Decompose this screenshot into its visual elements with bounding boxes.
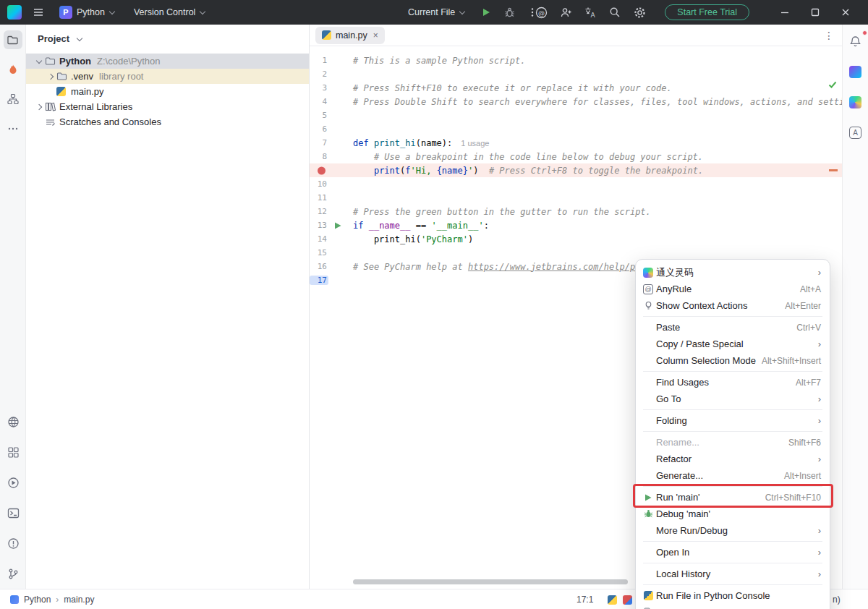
tab-main-py[interactable]: main.py × bbox=[315, 27, 385, 44]
menu-item-open-in[interactable]: Open In› bbox=[636, 544, 830, 561]
code-line-3[interactable]: 3# Press Shift+F10 to execute it or repl… bbox=[310, 81, 842, 95]
minimize-icon[interactable] bbox=[778, 6, 791, 19]
code-editor[interactable]: 1# This is a sample Python script.23# Pr… bbox=[310, 46, 842, 287]
line-number[interactable]: 10 bbox=[310, 179, 328, 189]
menu-item-paste[interactable]: PasteCtrl+V bbox=[636, 319, 830, 336]
tree-item-scratches-and-consoles[interactable]: Scratches and Consoles bbox=[26, 114, 309, 129]
tongyi-lingma-icon[interactable] bbox=[846, 93, 865, 111]
code-line-11[interactable]: 11 bbox=[310, 191, 842, 205]
tree-item-external-libraries[interactable]: External Libraries bbox=[26, 99, 309, 114]
python-packages-icon[interactable] bbox=[4, 412, 22, 431]
line-number[interactable]: 13 bbox=[310, 221, 328, 230]
menu-item-run-main[interactable]: Run 'main'Ctrl+Shift+F10 bbox=[636, 489, 830, 506]
caret-position[interactable]: 17:1 bbox=[576, 589, 593, 609]
line-number[interactable]: 12 bbox=[310, 207, 328, 216]
code-line-12[interactable]: 12# Press the green button in the gutter… bbox=[310, 205, 842, 218]
line-number[interactable]: 14 bbox=[310, 234, 328, 244]
line-number[interactable]: 11 bbox=[310, 193, 328, 203]
code-line-5[interactable]: 5 bbox=[310, 108, 842, 122]
breadcrumb-project[interactable]: Python bbox=[24, 595, 51, 605]
menu-item-folding[interactable]: Folding› bbox=[636, 412, 830, 429]
ai-assistant-icon[interactable] bbox=[846, 62, 865, 81]
code-line-8[interactable]: 8 # Use a breakpoint in the code line be… bbox=[310, 150, 842, 163]
search-icon[interactable] bbox=[608, 6, 621, 19]
debug-icon[interactable] bbox=[503, 6, 516, 19]
code-line-6[interactable]: 6 bbox=[310, 122, 842, 136]
code-line-7[interactable]: 7def print_hi(name):1 usage bbox=[310, 136, 842, 150]
translate-icon[interactable]: A bbox=[584, 6, 597, 19]
tab-close-icon[interactable]: × bbox=[373, 30, 378, 41]
add-user-icon[interactable] bbox=[559, 6, 572, 19]
problems-icon[interactable] bbox=[4, 534, 22, 553]
line-number[interactable]: 6 bbox=[310, 124, 328, 134]
hamburger-menu-icon[interactable] bbox=[32, 6, 45, 19]
gutter-run-icon[interactable] bbox=[331, 220, 344, 231]
services-icon[interactable] bbox=[4, 443, 22, 461]
line-number[interactable]: 15 bbox=[310, 248, 328, 257]
menu-item-find-usages[interactable]: Find UsagesAlt+F7 bbox=[636, 374, 830, 391]
chevron-right-icon[interactable] bbox=[45, 71, 56, 82]
usage-inlay-hint[interactable]: 1 usage bbox=[461, 139, 489, 148]
menu-item-compare-with-clipboard[interactable]: Compare with Clipboard bbox=[636, 604, 830, 609]
line-number[interactable]: 17 bbox=[310, 276, 328, 285]
code-line-15[interactable]: 15 bbox=[310, 246, 842, 260]
menu-item-more-run-debug[interactable]: More Run/Debug› bbox=[636, 522, 830, 539]
more-horizontal-icon[interactable] bbox=[4, 119, 22, 138]
flame-icon[interactable] bbox=[4, 60, 22, 79]
project-widget[interactable]: P Python bbox=[55, 3, 119, 22]
code-line-1[interactable]: 1# This is a sample Python script. bbox=[310, 54, 842, 67]
breakpoint-dot[interactable]: 9 bbox=[310, 166, 328, 175]
line-number[interactable]: 5 bbox=[310, 111, 328, 120]
inspection-ok-icon[interactable] bbox=[827, 80, 838, 92]
run-icon[interactable] bbox=[480, 6, 493, 19]
line-number[interactable]: 1 bbox=[310, 56, 328, 65]
git-branch-icon[interactable] bbox=[4, 564, 22, 583]
line-number[interactable]: 3 bbox=[310, 83, 328, 93]
tabbar-more-icon[interactable]: ⋮ bbox=[824, 30, 835, 41]
breadcrumb-file[interactable]: main.py bbox=[64, 595, 94, 605]
menu-item-run-file-in-python-console[interactable]: Run File in Python Console bbox=[636, 587, 830, 604]
line-number[interactable]: 2 bbox=[310, 69, 328, 79]
run-toolwindow-icon[interactable] bbox=[4, 473, 22, 492]
project-toolwindow-icon[interactable] bbox=[4, 30, 22, 49]
code-line-2[interactable]: 2 bbox=[310, 67, 842, 81]
tree-item-main-py[interactable]: main.py bbox=[26, 84, 309, 99]
python-interpreter-icon[interactable] bbox=[608, 589, 617, 609]
menu-item-copy-paste-special[interactable]: Copy / Paste Special› bbox=[636, 336, 830, 352]
menu-item-go-to[interactable]: Go To› bbox=[636, 391, 830, 407]
code-line-4[interactable]: 4# Press Double Shift to search everywhe… bbox=[310, 95, 842, 108]
chevron-down-icon[interactable] bbox=[33, 56, 45, 67]
code-line-9[interactable]: 9 print(f'Hi, {name}') # Press Ctrl+F8 t… bbox=[310, 163, 842, 177]
line-number[interactable]: 16 bbox=[310, 262, 328, 271]
code-line-13[interactable]: 13if __name__ == '__main__': bbox=[310, 218, 842, 232]
run-configuration-widget[interactable]: Current File bbox=[404, 4, 469, 20]
status-red-icon[interactable] bbox=[623, 589, 632, 609]
close-icon[interactable] bbox=[839, 6, 852, 19]
chevron-right-icon[interactable] bbox=[33, 101, 45, 113]
start-free-trial-button[interactable]: Start Free Trial bbox=[665, 4, 749, 20]
tree-item-python[interactable]: PythonZ:\code\Python bbox=[26, 54, 309, 69]
menu-item-debug-main[interactable]: Debug 'main' bbox=[636, 506, 830, 522]
menu-item-anyrule[interactable]: @AnyRuleAlt+A bbox=[636, 281, 830, 297]
chevron-down-icon[interactable] bbox=[74, 33, 85, 45]
code-line-10[interactable]: 10 bbox=[310, 177, 842, 191]
code-line-14[interactable]: 14 print_hi('PyCharm') bbox=[310, 232, 842, 246]
line-number[interactable]: 4 bbox=[310, 97, 328, 106]
settings-gear-icon[interactable] bbox=[633, 6, 646, 19]
menu-item-show-context-actions[interactable]: Show Context ActionsAlt+Enter bbox=[636, 297, 830, 314]
notifications-bell-icon[interactable] bbox=[846, 32, 865, 51]
documentation-icon[interactable]: A bbox=[846, 123, 865, 142]
tree-item-venv[interactable]: .venvlibrary root bbox=[26, 69, 309, 84]
structure-icon[interactable] bbox=[4, 90, 22, 108]
menu-item-column-selection-mode[interactable]: Column Selection ModeAlt+Shift+Insert bbox=[636, 352, 830, 369]
menu-item-item[interactable]: 通义灵码› bbox=[636, 264, 830, 281]
line-number[interactable]: 8 bbox=[310, 152, 328, 161]
horizontal-scrollbar[interactable] bbox=[353, 579, 628, 584]
menu-item-local-history[interactable]: Local History› bbox=[636, 566, 830, 582]
terminal-icon[interactable] bbox=[4, 503, 22, 522]
maximize-icon[interactable] bbox=[809, 6, 822, 19]
line-number[interactable]: 7 bbox=[310, 138, 328, 148]
interpreter-label-fragment[interactable]: n) bbox=[833, 589, 841, 609]
menu-item-refactor[interactable]: Refactor› bbox=[636, 451, 830, 467]
vcs-widget[interactable]: Version Control bbox=[129, 4, 210, 20]
